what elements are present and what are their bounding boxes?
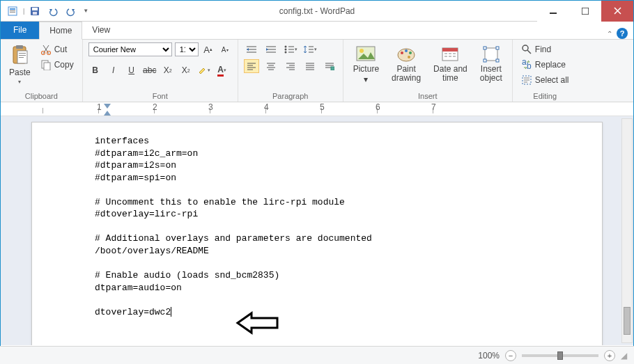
strikethrough-icon[interactable]: abc	[143, 63, 157, 77]
indent-marker-top-icon[interactable]	[104, 104, 111, 109]
svg-point-19	[284, 46, 286, 48]
svg-text:a: a	[522, 59, 527, 67]
editing-group-title: Editing	[518, 90, 572, 100]
highlight-icon[interactable]: ▾	[197, 63, 211, 77]
indent-marker-bottom-icon[interactable]	[104, 111, 111, 116]
document-text[interactable]: interfaces #dtparam=i2c_arm=on #dtparam=…	[95, 135, 539, 318]
underline-icon[interactable]: U	[125, 63, 139, 77]
picture-label: Picture	[353, 65, 379, 74]
qat-dropdown-icon[interactable]: ▼	[83, 8, 88, 14]
copy-label: Copy	[54, 60, 74, 70]
svg-point-15	[41, 52, 45, 55]
svg-rect-5	[32, 8, 38, 10]
clipboard-group: Paste ▾ Cut Copy Clipboard	[1, 40, 83, 102]
align-right-icon[interactable]	[283, 59, 298, 73]
minimize-button[interactable]	[537, 1, 569, 22]
justify-icon[interactable]	[302, 59, 318, 73]
svg-point-28	[409, 52, 412, 54]
zoom-slider-thumb[interactable]	[557, 351, 563, 360]
wordpad-icon[interactable]	[5, 3, 20, 19]
svg-rect-7	[550, 13, 557, 14]
align-center-icon[interactable]	[263, 59, 279, 73]
svg-point-21	[284, 52, 286, 54]
paragraph-group-title: Paragraph	[244, 90, 337, 100]
selectall-label: Select all	[535, 75, 569, 85]
svg-rect-6	[33, 12, 37, 15]
replace-label: Replace	[535, 60, 566, 70]
status-bar: 100% − + ◢	[0, 346, 634, 364]
collapse-ribbon-icon[interactable]: ⌃	[607, 30, 612, 38]
svg-point-20	[284, 49, 286, 51]
file-tab[interactable]: File	[1, 21, 39, 39]
clipboard-group-title: Clipboard	[6, 90, 77, 100]
svg-rect-33	[484, 47, 486, 49]
svg-rect-36	[496, 59, 499, 62]
superscript-icon[interactable]: X2	[179, 63, 193, 77]
svg-rect-10	[16, 45, 23, 49]
paste-button[interactable]: Paste ▾	[6, 42, 33, 86]
insert-group: Picture ▾ Paint drawing Date and time In…	[343, 40, 513, 102]
scrollbar-thumb[interactable]	[624, 307, 631, 335]
home-tab[interactable]: Home	[39, 22, 82, 40]
window-title: config.txt - WordPad	[279, 6, 355, 16]
decrease-indent-icon[interactable]	[244, 42, 259, 56]
italic-icon[interactable]: I	[107, 63, 121, 77]
datetime-button[interactable]: Date and time	[429, 42, 472, 84]
font-name-select[interactable]: Courier New	[88, 42, 172, 56]
find-label: Find	[535, 45, 551, 54]
chevron-down-icon: ▾	[364, 75, 368, 84]
svg-rect-32	[485, 48, 497, 61]
increase-indent-icon[interactable]	[263, 42, 279, 56]
chevron-down-icon: ▾	[18, 79, 21, 85]
paragraph-dialog-icon[interactable]	[322, 59, 337, 73]
svg-rect-8	[582, 8, 589, 15]
svg-text:b: b	[527, 61, 532, 70]
svg-rect-31	[442, 48, 458, 52]
view-tab[interactable]: View	[82, 21, 120, 39]
line-spacing-icon[interactable]: ▾	[302, 42, 318, 56]
undo-icon[interactable]	[45, 3, 61, 19]
svg-rect-22	[331, 67, 334, 70]
document-viewport[interactable]: interfaces #dtparam=i2c_arm=on #dtparam=…	[1, 116, 633, 345]
redo-icon[interactable]	[63, 3, 79, 19]
svg-rect-34	[496, 47, 499, 49]
close-button[interactable]	[601, 1, 633, 22]
maximize-button[interactable]	[569, 1, 601, 22]
title-bar: | ▼ config.txt - WordPad	[1, 1, 633, 22]
bold-icon[interactable]: B	[88, 63, 102, 77]
zoom-out-button[interactable]: −	[505, 350, 516, 361]
svg-point-16	[47, 52, 50, 55]
ribbon: Paste ▾ Cut Copy Clipboard Courier New 1…	[1, 40, 633, 102]
save-icon[interactable]	[27, 3, 42, 19]
copy-button[interactable]: Copy	[38, 58, 77, 72]
ruler[interactable]: 1234567	[1, 102, 633, 116]
svg-rect-12	[19, 53, 26, 54]
cut-button[interactable]: Cut	[38, 42, 77, 56]
find-button[interactable]: Find	[518, 42, 554, 56]
font-size-select[interactable]: 11	[175, 42, 199, 56]
zoom-in-button[interactable]: +	[604, 350, 615, 361]
page[interactable]: interfaces #dtparam=i2c_arm=on #dtparam=…	[31, 122, 603, 345]
subscript-icon[interactable]: X2	[161, 63, 175, 77]
paste-label: Paste	[9, 68, 31, 77]
object-button[interactable]: Insert object	[476, 42, 507, 84]
svg-rect-18	[44, 63, 50, 70]
font-group: Courier New 11 A▴ A▾ B I U abc X2 X2 ▾ A…	[83, 40, 238, 102]
vertical-scrollbar[interactable]	[621, 118, 633, 343]
shrink-font-icon[interactable]: A▾	[218, 42, 232, 56]
help-icon[interactable]: ?	[617, 28, 628, 39]
zoom-slider[interactable]	[522, 354, 598, 357]
editing-group: Find ab Replace Select all Editing	[513, 40, 578, 102]
grow-font-icon[interactable]: A▴	[201, 42, 215, 56]
paint-label: Paint drawing	[392, 65, 421, 83]
bullet-list-icon[interactable]: ▾	[283, 42, 298, 56]
font-color-icon[interactable]: A▾	[215, 63, 229, 77]
object-label: Insert object	[480, 65, 502, 83]
paint-button[interactable]: Paint drawing	[387, 42, 425, 84]
picture-button[interactable]: Picture ▾	[349, 42, 383, 86]
resize-grip-icon[interactable]: ◢	[621, 351, 627, 361]
window-controls	[537, 1, 633, 22]
align-left-icon[interactable]	[244, 59, 259, 73]
replace-button[interactable]: ab Replace	[518, 58, 569, 72]
selectall-button[interactable]: Select all	[518, 73, 572, 87]
